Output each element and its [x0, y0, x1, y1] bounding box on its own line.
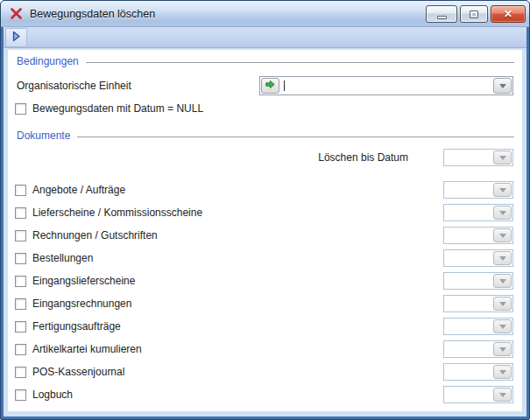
- row-date-value: [448, 273, 491, 289]
- row-label: Angebote / Aufträge: [32, 184, 125, 196]
- row-date-value: [448, 205, 491, 220]
- document-rows: Angebote / Aufträge Lieferscheine / Komm…: [8, 178, 522, 406]
- row-date-value: [448, 296, 491, 312]
- section-header-dokumente: Dokumente: [17, 130, 514, 142]
- chevron-down-icon: [499, 188, 506, 196]
- row-label: Fertigungsaufträge: [32, 320, 121, 332]
- red-x-app-icon: [9, 6, 24, 21]
- null-datum-label: Bewegungsdaten mit Datum = NULL: [32, 102, 203, 115]
- row-date-value: [448, 318, 491, 334]
- minimize-button[interactable]: [426, 5, 457, 23]
- row-date-dropdown: [443, 363, 513, 381]
- content-frame: Bedingungen Organisatorische Einheit: [4, 48, 526, 416]
- row-date-value: [448, 228, 491, 243]
- row-date-dropdown: [443, 272, 513, 290]
- date-dropdown-button: [493, 150, 512, 164]
- date-dropdown-button: [493, 319, 512, 333]
- row-date-dropdown: [443, 181, 513, 199]
- section-label-bedingungen: Bedingungen: [17, 55, 79, 67]
- org-einheit-combobox[interactable]: [259, 76, 513, 95]
- row-label: Logbuch: [32, 388, 73, 401]
- row-checkbox[interactable]: [15, 298, 26, 310]
- org-einheit-value[interactable]: [287, 77, 491, 94]
- titlebar[interactable]: Bewegungsdaten löschen ✕: [1, 1, 529, 27]
- row-checkbox[interactable]: [15, 367, 26, 378]
- chevron-down-icon: [499, 256, 506, 264]
- green-arrow-icon: [265, 78, 276, 94]
- text-caret: [284, 80, 285, 91]
- row-date-dropdown: [443, 204, 513, 221]
- chevron-down-icon: [499, 370, 506, 378]
- date-dropdown-button: [493, 274, 512, 288]
- chevron-down-icon: [499, 325, 506, 332]
- table-row: Angebote / Aufträge: [8, 178, 522, 201]
- row-date-dropdown: [443, 340, 513, 358]
- go-arrow-button[interactable]: [261, 78, 279, 94]
- date-dropdown-button: [493, 206, 512, 220]
- row-date-value: [448, 341, 491, 357]
- row-date-value: [448, 250, 491, 266]
- toolbar: [4, 27, 526, 48]
- row-date-dropdown: [443, 295, 513, 312]
- row-date-dropdown: [443, 249, 513, 267]
- row-label: POS-Kassenjournal: [32, 366, 124, 378]
- date-dropdown-button: [493, 297, 512, 311]
- row-label: Rechnungen / Gutschriften: [32, 229, 158, 242]
- null-datum-checkbox[interactable]: [15, 103, 26, 115]
- row-label: Lieferscheine / Kommissionsscheine: [32, 206, 202, 219]
- date-dropdown-button: [493, 183, 512, 197]
- window-controls: ✕: [426, 5, 526, 23]
- date-dropdown-button: [493, 251, 512, 265]
- row-date-value: [448, 364, 491, 380]
- date-dropdown-button: [493, 228, 512, 242]
- close-icon: ✕: [504, 9, 512, 19]
- section-divider: [77, 136, 514, 137]
- row-checkbox[interactable]: [15, 276, 26, 287]
- table-row: Eingangslieferscheine: [8, 270, 522, 292]
- chevron-down-icon: [499, 347, 506, 355]
- run-button[interactable]: [5, 28, 27, 47]
- org-dropdown-button[interactable]: [493, 78, 512, 94]
- row-checkbox[interactable]: [15, 230, 26, 242]
- chevron-down-icon: [499, 84, 506, 92]
- loeschen-bis-datum-value: [448, 150, 491, 165]
- table-row: Bestellungen: [8, 247, 522, 270]
- section-header-bedingungen: Bedingungen: [17, 55, 514, 67]
- row-checkbox[interactable]: [15, 185, 26, 196]
- row-checkbox[interactable]: [15, 321, 26, 332]
- table-row: Rechnungen / Gutschriften: [8, 224, 522, 247]
- restore-icon: [470, 10, 478, 18]
- row-label: Artikelkartei kumulieren: [32, 343, 142, 355]
- date-dropdown-button: [493, 342, 512, 356]
- run-arrow-icon: [11, 30, 21, 46]
- chevron-down-icon: [499, 234, 506, 242]
- table-row: Fertigungsaufträge: [8, 315, 522, 338]
- row-checkbox[interactable]: [15, 253, 26, 264]
- chevron-down-icon: [499, 211, 506, 219]
- restore-button[interactable]: [460, 5, 488, 23]
- section-divider: [86, 62, 514, 63]
- section-label-dokumente: Dokumente: [17, 130, 70, 142]
- table-row: Logbuch: [8, 383, 522, 406]
- row-date-dropdown: [443, 227, 513, 244]
- table-row: Artikelkartei kumulieren: [8, 338, 522, 360]
- row-checkbox[interactable]: [15, 389, 26, 401]
- row-label: Bestellungen: [32, 252, 93, 264]
- chevron-down-icon: [499, 156, 506, 164]
- loeschen-bis-datum-label: Löschen bis Datum: [227, 149, 408, 166]
- date-dropdown-button: [493, 388, 512, 402]
- loeschen-bis-datum-dropdown: [443, 149, 513, 166]
- table-row: Eingangsrechnungen: [8, 292, 522, 315]
- chevron-down-icon: [499, 279, 506, 287]
- row-checkbox[interactable]: [15, 344, 26, 355]
- dialog-window: Bewegungsdaten löschen ✕ Be: [0, 0, 530, 420]
- row-date-dropdown: [443, 318, 513, 335]
- close-button[interactable]: ✕: [491, 5, 526, 23]
- date-dropdown-button: [493, 365, 512, 379]
- chevron-down-icon: [499, 302, 506, 310]
- row-label: Eingangslieferscheine: [32, 275, 135, 287]
- row-checkbox[interactable]: [15, 207, 26, 219]
- window-title: Bewegungsdaten löschen: [30, 8, 155, 20]
- table-row: Lieferscheine / Kommissionsscheine: [8, 201, 522, 224]
- row-date-value: [448, 387, 491, 402]
